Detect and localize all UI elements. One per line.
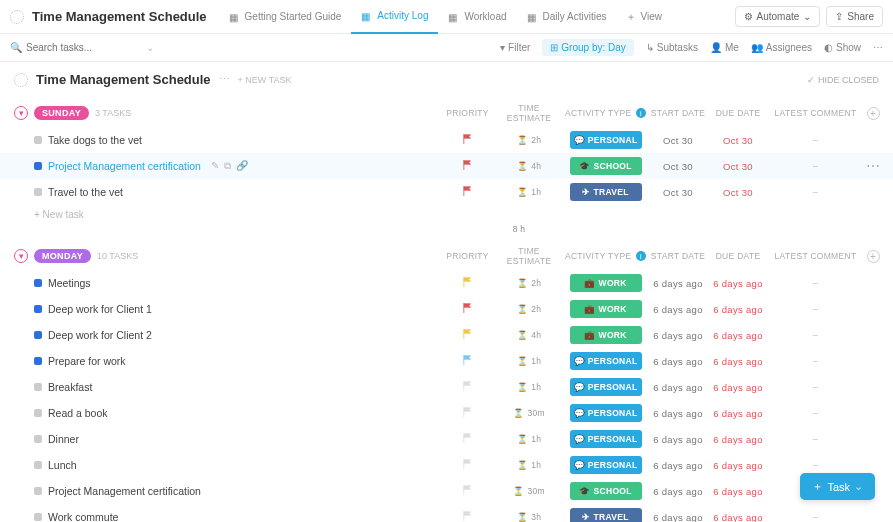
flag-icon[interactable] xyxy=(463,459,473,469)
time-estimate[interactable]: 1h xyxy=(531,187,541,197)
start-date[interactable]: 6 days ago xyxy=(648,382,708,393)
task-name[interactable]: Breakfast xyxy=(48,381,92,393)
day-badge[interactable]: SUNDAY xyxy=(34,106,89,120)
time-estimate[interactable]: 4h xyxy=(531,161,541,171)
start-date[interactable]: 6 days ago xyxy=(648,460,708,471)
activity-type-pill[interactable]: 💬PERSONAL xyxy=(570,404,642,422)
task-name[interactable]: Deep work for Client 2 xyxy=(48,329,152,341)
new-task-button[interactable]: + New task xyxy=(34,209,84,220)
activity-type-pill[interactable]: 🎓SCHOOL xyxy=(570,482,642,500)
status-indicator[interactable] xyxy=(34,513,42,521)
task-row[interactable]: Take dogs to the vet⏳2h💬PERSONALOct 30Oc… xyxy=(0,127,893,153)
status-indicator[interactable] xyxy=(34,162,42,170)
task-name[interactable]: Lunch xyxy=(48,459,77,471)
task-name[interactable]: Meetings xyxy=(48,277,91,289)
activity-type-pill[interactable]: ✈TRAVEL xyxy=(570,508,642,522)
flag-icon[interactable] xyxy=(463,381,473,391)
add-view-button[interactable]: ＋View xyxy=(616,0,672,34)
task-name[interactable]: Travel to the vet xyxy=(48,186,123,198)
copy-icon[interactable]: ⧉ xyxy=(224,160,231,172)
due-date[interactable]: Oct 30 xyxy=(708,187,768,198)
flag-icon[interactable] xyxy=(463,511,473,521)
time-estimate[interactable]: 2h xyxy=(531,278,541,288)
task-row[interactable]: Dinner⏳1h💬PERSONAL6 days ago6 days ago– xyxy=(0,426,893,452)
automate-button[interactable]: ⚙Automate⌄ xyxy=(735,6,821,27)
tab-getting-started-guide[interactable]: ▦Getting Started Guide xyxy=(219,0,352,34)
task-row[interactable]: Meetings⏳2h💼WORK6 days ago6 days ago– xyxy=(0,270,893,296)
status-indicator[interactable] xyxy=(34,435,42,443)
due-date[interactable]: 6 days ago xyxy=(708,512,768,523)
task-name[interactable]: Project Management certification xyxy=(48,160,201,172)
activity-type-pill[interactable]: 💼WORK xyxy=(570,274,642,292)
flag-icon[interactable] xyxy=(463,485,473,495)
status-indicator[interactable] xyxy=(34,383,42,391)
more-icon[interactable]: ⋯ xyxy=(873,42,883,53)
time-estimate[interactable]: 1h xyxy=(531,460,541,470)
task-row[interactable]: Travel to the vet⏳1h✈TRAVELOct 30Oct 30– xyxy=(0,179,893,205)
task-row[interactable]: Work commute⏳3h✈TRAVEL6 days ago6 days a… xyxy=(0,504,893,522)
activity-type-pill[interactable]: 💼WORK xyxy=(570,300,642,318)
start-date[interactable]: 6 days ago xyxy=(648,408,708,419)
due-date[interactable]: 6 days ago xyxy=(708,330,768,341)
time-estimate[interactable]: 4h xyxy=(531,330,541,340)
task-row[interactable]: Breakfast⏳1h💬PERSONAL6 days ago6 days ag… xyxy=(0,374,893,400)
activity-type-pill[interactable]: 💬PERSONAL xyxy=(570,131,642,149)
flag-icon[interactable] xyxy=(463,433,473,443)
time-estimate[interactable]: 1h xyxy=(531,434,541,444)
start-date[interactable]: 6 days ago xyxy=(648,278,708,289)
tab-daily-activities[interactable]: ▦Daily Activities xyxy=(517,0,617,34)
info-icon[interactable]: i xyxy=(636,251,646,261)
start-date[interactable]: Oct 30 xyxy=(648,161,708,172)
status-indicator[interactable] xyxy=(34,305,42,313)
task-row[interactable]: Read a book⏳30m💬PERSONAL6 days ago6 days… xyxy=(0,400,893,426)
start-date[interactable]: 6 days ago xyxy=(648,434,708,445)
activity-type-pill[interactable]: ✈TRAVEL xyxy=(570,183,642,201)
add-column-button[interactable]: + xyxy=(867,250,880,263)
flag-icon[interactable] xyxy=(463,186,473,196)
hide-closed-button[interactable]: ✓ HIDE CLOSED xyxy=(807,75,879,85)
assignees-button[interactable]: 👥 Assignees xyxy=(751,42,812,53)
info-icon[interactable]: i xyxy=(636,108,646,118)
time-estimate[interactable]: 30m xyxy=(527,486,544,496)
due-date[interactable]: 6 days ago xyxy=(708,278,768,289)
time-estimate[interactable]: 1h xyxy=(531,356,541,366)
collapse-toggle[interactable]: ▾ xyxy=(14,106,28,120)
task-row[interactable]: Prepare for work⏳1h💬PERSONAL6 days ago6 … xyxy=(0,348,893,374)
due-date[interactable]: 6 days ago xyxy=(708,434,768,445)
task-name[interactable]: Read a book xyxy=(48,407,108,419)
start-date[interactable]: Oct 30 xyxy=(648,187,708,198)
flag-icon[interactable] xyxy=(463,355,473,365)
subtasks-button[interactable]: ↳ Subtasks xyxy=(646,42,698,53)
start-date[interactable]: 6 days ago xyxy=(648,512,708,523)
flag-icon[interactable] xyxy=(463,134,473,144)
status-indicator[interactable] xyxy=(34,357,42,365)
filter-button[interactable]: ▾ Filter xyxy=(500,42,530,53)
task-name[interactable]: Work commute xyxy=(48,511,118,522)
task-name[interactable]: Project Management certification xyxy=(48,485,201,497)
time-estimate[interactable]: 1h xyxy=(531,382,541,392)
due-date[interactable]: 6 days ago xyxy=(708,460,768,471)
tab-workload[interactable]: ▦Workload xyxy=(438,0,516,34)
share-button[interactable]: ⇪Share xyxy=(826,6,883,27)
new-task-button[interactable]: + NEW TASK xyxy=(238,75,292,85)
task-name[interactable]: Prepare for work xyxy=(48,355,126,367)
start-date[interactable]: 6 days ago xyxy=(648,304,708,315)
task-row[interactable]: Lunch⏳1h💬PERSONAL6 days ago6 days ago– xyxy=(0,452,893,478)
due-date[interactable]: 6 days ago xyxy=(708,304,768,315)
more-icon[interactable]: ⋯ xyxy=(219,73,230,86)
status-indicator[interactable] xyxy=(34,409,42,417)
show-button[interactable]: ◐ Show xyxy=(824,42,861,53)
due-date[interactable]: 6 days ago xyxy=(708,356,768,367)
task-row[interactable]: Project Management certification✎⧉🔗⏳4h🎓S… xyxy=(0,153,893,179)
add-column-button[interactable]: + xyxy=(867,107,880,120)
activity-type-pill[interactable]: 💬PERSONAL xyxy=(570,352,642,370)
activity-type-pill[interactable]: 💼WORK xyxy=(570,326,642,344)
task-row[interactable]: Deep work for Client 1⏳2h💼WORK6 days ago… xyxy=(0,296,893,322)
status-indicator[interactable] xyxy=(34,331,42,339)
status-indicator[interactable] xyxy=(34,487,42,495)
flag-icon[interactable] xyxy=(463,329,473,339)
task-name[interactable]: Take dogs to the vet xyxy=(48,134,142,146)
collapse-toggle[interactable]: ▾ xyxy=(14,249,28,263)
row-more-icon[interactable]: ⋯ xyxy=(866,158,880,174)
status-indicator[interactable] xyxy=(34,188,42,196)
